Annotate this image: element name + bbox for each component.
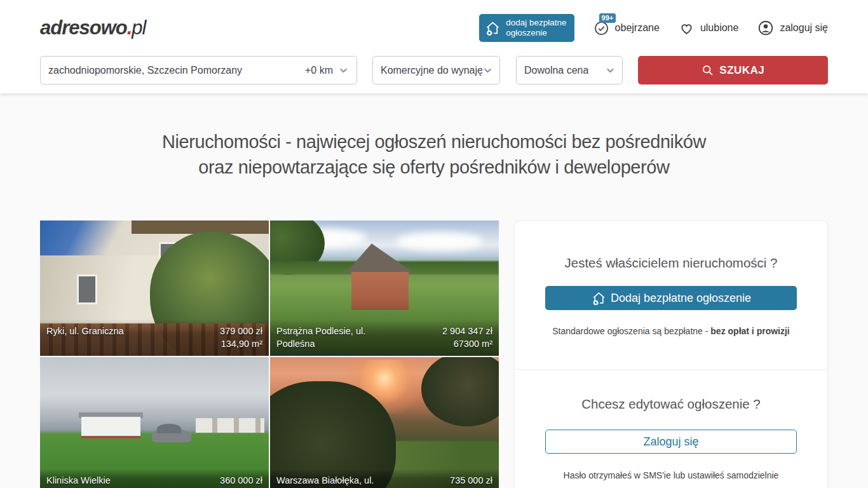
panel-divider [515,369,827,370]
listing-caption: Ryki, ul. Graniczna 379 000 zł 134,90 m² [40,320,269,356]
listing-address: Kliniska Wielkie [46,474,111,487]
price-value: Dowolna cena [524,65,588,76]
listing-price: 2 904 347 zł [442,325,492,337]
listing-area: 67300 m² [442,337,492,350]
listing-caption: Pstrążna Podlesie, ul. Podleśna 2 904 34… [270,320,499,356]
favorites-link[interactable]: ulubione [679,20,739,36]
favorites-label: ulubione [700,22,739,34]
listing-address: Warszawa Białołęka, ul. [276,474,374,487]
house-add-icon [484,20,501,37]
free-note: Standardowe ogłoszenia są bezpłatne - be… [545,326,797,336]
listings-grid: Ryki, ul. Graniczna 379 000 zł 134,90 m²… [40,220,499,488]
radius-value[interactable]: +0 km [305,65,333,76]
page-title: Nieruchomości - najwięcej ogłoszeń nieru… [0,129,868,180]
edit-heading: Chcesz edytować ogłoszenie ? [545,396,797,412]
listing-address: Ryki, ul. Graniczna [46,325,124,337]
viewed-label: obejrzane [615,22,660,34]
password-hint: Hasło otrzymałeś w SMS'ie lub ustawiłeś … [545,470,797,480]
listing-caption: Kliniska Wielkie 360 000 zł [40,469,269,488]
viewed-link[interactable]: 99+ obejrzane [593,20,660,36]
main-content: Nieruchomości - najwięcej ogłoszeń nieru… [0,93,868,488]
search-button[interactable]: SZUKAJ [638,56,828,85]
header: adresowo.pl dodaj bezpłatneogłoszenie [0,0,868,56]
location-input[interactable]: zachodniopomorskie, Szczecin Pomorzany +… [40,56,357,85]
category-value: Komercyjne do wynaję [381,65,482,76]
logo-tld: pl [132,17,146,39]
add-free-listing-button[interactable]: Dodaj bezpłatne ogłoszenie [545,286,797,310]
add-listing-label: dodaj bezpłatneogłoszenie [506,18,566,38]
add-free-listing-label: Dodaj bezpłatne ogłoszenie [611,292,751,305]
hero-heading: Nieruchomości - najwięcej ogłoszeń nieru… [0,93,868,180]
listing-caption: Warszawa Białołęka, ul. 735 000 zł [270,469,499,488]
search-bar: zachodniopomorskie, Szczecin Pomorzany +… [0,56,868,85]
listing-card[interactable]: Warszawa Białołęka, ul. 735 000 zł [270,357,499,488]
user-circle-icon [757,20,774,36]
listing-area: 134,90 m² [220,337,262,350]
category-select[interactable]: Komercyjne do wynaję [372,56,500,85]
heart-icon [679,20,695,36]
owner-heading: Jesteś właścicielem nieruchomości ? [545,255,797,271]
check-circle-icon: 99+ [593,20,609,36]
chevron-down-icon [482,65,493,76]
house-add-icon [591,290,607,306]
listing-price: 360 000 zł [220,474,262,487]
chevron-down-icon[interactable] [338,65,349,76]
login-label: zaloguj się [780,22,828,34]
listing-card[interactable]: Ryki, ul. Graniczna 379 000 zł 134,90 m² [40,220,269,356]
listing-card[interactable]: Pstrążna Podlesie, ul. Podleśna 2 904 34… [270,220,499,356]
listing-price: 735 000 zł [450,474,492,487]
search-button-label: SZUKAJ [719,64,764,77]
magnifier-icon [701,64,714,77]
price-select[interactable]: Dowolna cena [516,56,623,85]
listing-card[interactable]: Kliniska Wielkie 360 000 zł [40,357,269,488]
listing-address: Pstrążna Podlesie, ul. Podleśna [276,325,400,350]
top-bar: adresowo.pl dodaj bezpłatneogłoszenie [0,0,868,93]
login-link[interactable]: zaloguj się [757,20,828,36]
viewed-count-badge: 99+ [599,13,616,23]
chevron-down-icon [605,65,616,76]
sidebar-login-button[interactable]: Zaloguj się [545,430,797,454]
add-listing-button[interactable]: dodaj bezpłatneogłoszenie [479,14,574,42]
listing-price: 379 000 zł [220,325,262,337]
site-logo[interactable]: adresowo.pl [40,17,146,39]
logo-brand: adresowo [40,17,127,39]
location-value: zachodniopomorskie, Szczecin Pomorzany [48,65,305,76]
owner-panel: Jesteś właścicielem nieruchomości ? Doda… [514,220,828,488]
header-actions: dodaj bezpłatneogłoszenie 99+ obejrzane [479,14,828,42]
